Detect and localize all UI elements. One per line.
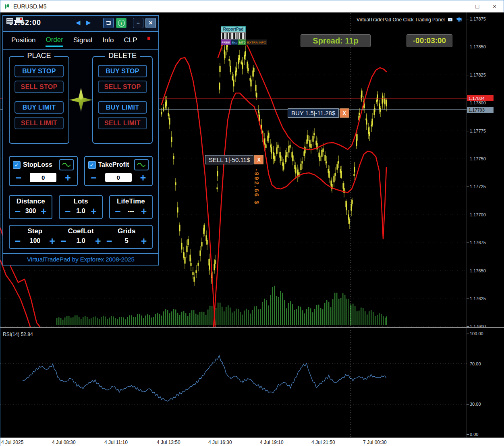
rsi-scale-label: 30.00 <box>470 402 481 407</box>
window-close-button[interactable]: × <box>493 0 496 12</box>
stoploss-group: ✓ StopLoss − 0 + <box>9 156 78 186</box>
step-minus-button[interactable]: − <box>13 236 23 245</box>
place-sell-limit-button[interactable]: SELL LIMIT <box>15 117 64 129</box>
price-scale-label: 1.17800 <box>470 100 486 105</box>
order-params-row: Distance − 300 + Lots − 1.0 + LifeTime − <box>9 195 153 219</box>
place-buy-stop-button[interactable]: BUY STOP <box>15 65 64 77</box>
time-axis-label: 4 Jul 16:30 <box>208 440 232 445</box>
time-axis-label: 7 Jul 00:30 <box>363 440 387 445</box>
prev-arrow-button[interactable]: ◀ <box>76 19 81 26</box>
recording-indicator <box>147 37 150 40</box>
lifetime-value[interactable]: --- <box>128 207 134 215</box>
lots-value[interactable]: 1.0 <box>76 207 85 215</box>
price-scale-label: 1.17750 <box>470 156 486 161</box>
delete-buy-limit-button[interactable]: BUY LIMIT <box>98 101 147 114</box>
takeprofit-value[interactable]: 0 <box>105 173 132 182</box>
price-scale-label: 1.17775 <box>470 129 486 133</box>
panel-tabs: Position Order Signal Info CLP <box>3 32 158 50</box>
stoploss-plus-button[interactable]: + <box>63 173 73 182</box>
lots-minus-button[interactable]: − <box>63 207 73 216</box>
takeprofit-trailing-button[interactable] <box>134 159 149 170</box>
price-scale-label: 1.17675 <box>470 240 486 245</box>
window-title: EURUSD,M5 <box>13 3 46 10</box>
takeprofit-label: TakeProfit <box>98 161 129 168</box>
step-value[interactable]: 100 <box>29 237 40 245</box>
buy-position-text[interactable]: BUY 1.5|-11.28$ <box>288 108 339 118</box>
mt5-badge[interactable]: MT5 <box>238 39 246 45</box>
free-badge[interactable]: FREE <box>221 39 231 45</box>
time-axis[interactable]: 4 Jul 20254 Jul 08:304 Jul 11:104 Jul 13… <box>0 438 504 446</box>
distance-value[interactable]: 300 <box>25 207 36 215</box>
distance-plus-button[interactable]: + <box>39 207 48 216</box>
grids-value[interactable]: 5 <box>125 237 129 245</box>
coeflot-field: CoefLot − 1.0 + <box>58 227 104 245</box>
time-axis-label: 4 Jul 19:10 <box>260 440 284 445</box>
info-button[interactable]: i <box>116 18 127 28</box>
coeflot-plus-button[interactable]: + <box>93 236 103 245</box>
window-title-bar[interactable]: EURUSD,M5 – □ × <box>0 0 504 12</box>
place-sell-stop-button[interactable]: SELL STOP <box>15 81 64 93</box>
next-arrow-button[interactable]: ▶ <box>86 19 91 26</box>
tab-info[interactable]: Info <box>102 35 114 46</box>
panel-header[interactable]: 01:52:00 ◀ ▶ i – × <box>3 16 158 32</box>
panel-footer: VirtualTradePad by Expforex 2008-2025 <box>3 253 158 265</box>
rsi-scale-label: 0.00 <box>470 432 478 437</box>
window-minimize-button[interactable]: – <box>458 0 462 12</box>
lifetime-label: LifeTime <box>112 197 149 205</box>
takeprofit-checkbox[interactable]: ✓ <box>88 161 96 169</box>
bid-price-tag: 1.17793 <box>467 107 494 113</box>
lots-plus-button[interactable]: + <box>89 207 99 216</box>
stoploss-trailing-button[interactable] <box>59 159 74 170</box>
coeflot-value[interactable]: 1.0 <box>76 237 85 245</box>
lifetime-plus-button[interactable]: + <box>139 207 149 216</box>
reportpad-button[interactable]: ReportPad <box>221 26 246 32</box>
takeprofit-group: ✓ TakeProfit − 0 + <box>84 156 153 186</box>
qr-banner[interactable] <box>221 32 246 39</box>
detach-window-button[interactable] <box>103 18 114 28</box>
coeflot-minus-button[interactable]: − <box>59 236 68 245</box>
delete-sell-limit-button[interactable]: SELL LIMIT <box>98 117 147 129</box>
stoploss-minus-button[interactable]: − <box>14 173 23 182</box>
panel-minimize-button[interactable]: – <box>133 18 143 28</box>
graduation-cap-icon[interactable] <box>456 17 463 23</box>
distance-field: Distance − 300 + <box>9 195 52 219</box>
step-plus-button[interactable]: + <box>48 236 57 245</box>
lifetime-minus-button[interactable]: − <box>113 207 123 216</box>
compass-star-icon <box>68 87 93 112</box>
buy-close-button[interactable]: X <box>340 108 349 118</box>
window-splitter[interactable] <box>0 327 504 328</box>
rsi-indicator-canvas[interactable] <box>0 330 467 438</box>
badge-icon[interactable] <box>447 17 453 22</box>
extra-info-badge[interactable]: EXTRA INFO <box>246 39 267 45</box>
tab-position[interactable]: Position <box>11 35 35 46</box>
list-icon[interactable] <box>6 18 13 24</box>
delete-buy-stop-button[interactable]: BUY STOP <box>98 65 147 77</box>
buy-position-label[interactable]: BUY 1.5|-11.28$ X <box>288 108 349 118</box>
sell-position-text[interactable]: SELL 1|-50.11$ <box>205 155 253 164</box>
sell-close-button[interactable]: X <box>254 155 263 164</box>
grids-minus-button[interactable]: − <box>104 236 114 245</box>
panel-close-button[interactable]: × <box>145 18 156 28</box>
price-scale[interactable]: 1.17804 1.17793 1.178751.178501.178251.1… <box>467 12 504 438</box>
wave-icon <box>62 163 71 167</box>
window-maximize-button[interactable]: □ <box>475 0 479 12</box>
takeprofit-minus-button[interactable]: − <box>89 173 99 182</box>
tab-clp[interactable]: CLP <box>124 35 137 46</box>
one-click-panel-label: VirtualTradePad One Click Trading Panel <box>357 17 445 23</box>
place-group-title: PLACE <box>24 52 54 60</box>
stoploss-checkbox[interactable]: ✓ <box>13 161 21 169</box>
wave-icon <box>137 163 145 167</box>
delete-orders-group: DELETE BUY STOP SELL STOP BUY LIMIT SELL… <box>92 56 153 144</box>
distance-minus-button[interactable]: − <box>13 207 23 216</box>
stoploss-value[interactable]: 0 <box>30 173 56 182</box>
delete-sell-stop-button[interactable]: SELL STOP <box>98 81 147 93</box>
takeprofit-plus-button[interactable]: + <box>138 173 148 182</box>
tab-order[interactable]: Order <box>46 34 63 47</box>
rsi-scale-label: 70.00 <box>470 361 481 366</box>
expforex-badge[interactable]: Exp <box>231 39 238 45</box>
calendar-icon[interactable] <box>16 17 23 23</box>
grids-plus-button[interactable]: + <box>139 236 149 245</box>
place-buy-limit-button[interactable]: BUY LIMIT <box>15 101 64 114</box>
sell-position-label[interactable]: SELL 1|-50.11$ X <box>205 155 263 164</box>
tab-signal[interactable]: Signal <box>73 35 92 46</box>
